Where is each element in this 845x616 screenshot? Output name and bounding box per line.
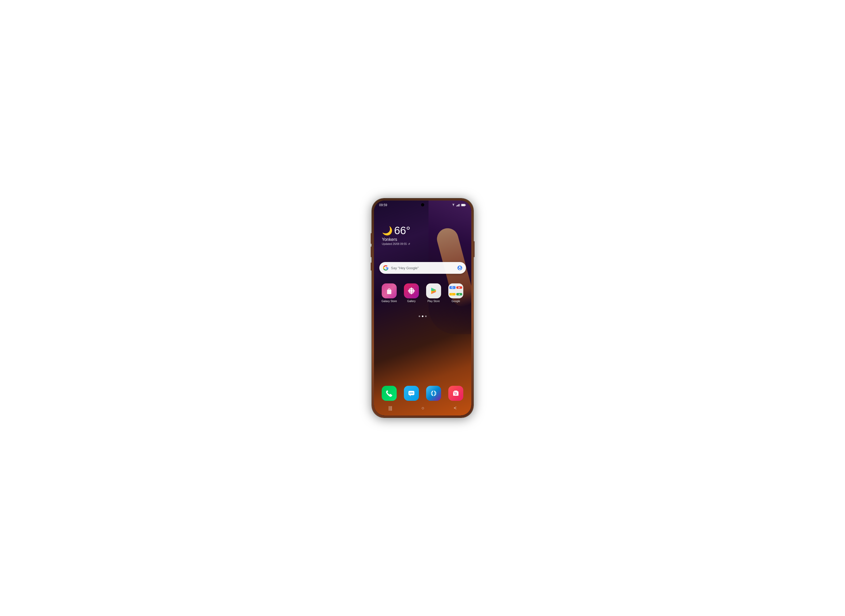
gallery-icon <box>404 283 419 298</box>
galaxy-store-label: Galaxy Store <box>381 300 397 303</box>
dock-camera[interactable] <box>446 386 466 401</box>
app-gallery[interactable]: Gallery <box>401 283 422 303</box>
google-app-label: Google <box>451 300 460 303</box>
svg-rect-6 <box>465 205 466 205</box>
home-button[interactable]: ○ <box>422 405 425 411</box>
page-dot-1[interactable] <box>419 315 420 317</box>
weather-temperature: 66° <box>394 224 411 237</box>
svg-point-27 <box>410 393 411 393</box>
status-time: 09:59 <box>379 203 387 207</box>
svg-rect-1 <box>457 205 458 207</box>
navigation-bar: ||| ○ < <box>374 403 471 413</box>
volume-down-button[interactable] <box>371 246 372 257</box>
page-dot-2[interactable] <box>422 315 423 317</box>
svg-point-28 <box>411 393 412 393</box>
weather-city: Yonkers <box>382 237 411 242</box>
svg-rect-2 <box>458 205 459 207</box>
camera-icon <box>448 386 463 401</box>
volume-up-button[interactable] <box>371 233 372 244</box>
page-indicators <box>419 315 427 317</box>
dock-messages[interactable] <box>401 386 422 401</box>
play-store-icon <box>426 283 441 298</box>
svg-rect-9 <box>459 266 460 268</box>
status-icons <box>451 204 466 207</box>
weather-widget[interactable]: 🌙 66° Yonkers Updated 26/08 09:55 ↺ <box>382 224 411 245</box>
signal-icon <box>456 204 460 207</box>
app-google[interactable]: G ▶ ▷ ◈ Google <box>446 283 466 303</box>
app-play-store[interactable]: Play Store <box>424 283 444 303</box>
page-dot-3[interactable] <box>425 315 427 317</box>
recent-apps-button[interactable]: ||| <box>388 405 392 411</box>
weather-icon: 🌙 <box>382 226 393 236</box>
svg-rect-3 <box>459 204 459 207</box>
phone-screen: 09:59 <box>374 201 471 415</box>
google-search-bar[interactable]: Say "Hey Google" <box>379 262 466 274</box>
app-dock <box>374 386 471 401</box>
apps-grid: Galaxy Store <box>374 283 471 303</box>
search-placeholder: Say "Hey Google" <box>391 266 455 270</box>
front-camera <box>421 203 424 207</box>
dock-phone[interactable] <box>379 386 399 401</box>
phone-icon <box>382 386 397 401</box>
power-button[interactable] <box>473 241 475 257</box>
svg-point-33 <box>455 393 457 395</box>
svg-point-12 <box>410 290 413 292</box>
galaxy-store-icon <box>382 283 397 298</box>
svg-rect-0 <box>456 205 457 207</box>
wifi-icon <box>451 204 455 207</box>
messages-icon <box>404 386 419 401</box>
dock-internet[interactable] <box>424 386 444 401</box>
google-app-icon: G ▶ ▷ ◈ <box>448 283 463 298</box>
svg-rect-34 <box>454 392 455 393</box>
svg-rect-7 <box>461 204 465 206</box>
weather-main: 🌙 66° <box>382 224 411 237</box>
weather-updated: Updated 26/08 09:55 ↺ <box>382 242 411 245</box>
app-galaxy-store[interactable]: Galaxy Store <box>379 283 399 303</box>
back-button[interactable]: < <box>454 405 457 411</box>
phone-frame: 09:59 <box>372 198 473 418</box>
battery-icon <box>461 204 466 207</box>
internet-icon <box>426 386 441 401</box>
home-screen: 09:59 <box>374 201 471 415</box>
play-store-label: Play Store <box>428 300 440 303</box>
gallery-label: Gallery <box>407 300 416 303</box>
google-logo <box>383 265 388 271</box>
microphone-icon <box>457 265 462 270</box>
bixby-button[interactable] <box>371 263 372 271</box>
svg-rect-4 <box>460 204 460 207</box>
svg-point-29 <box>412 393 413 393</box>
